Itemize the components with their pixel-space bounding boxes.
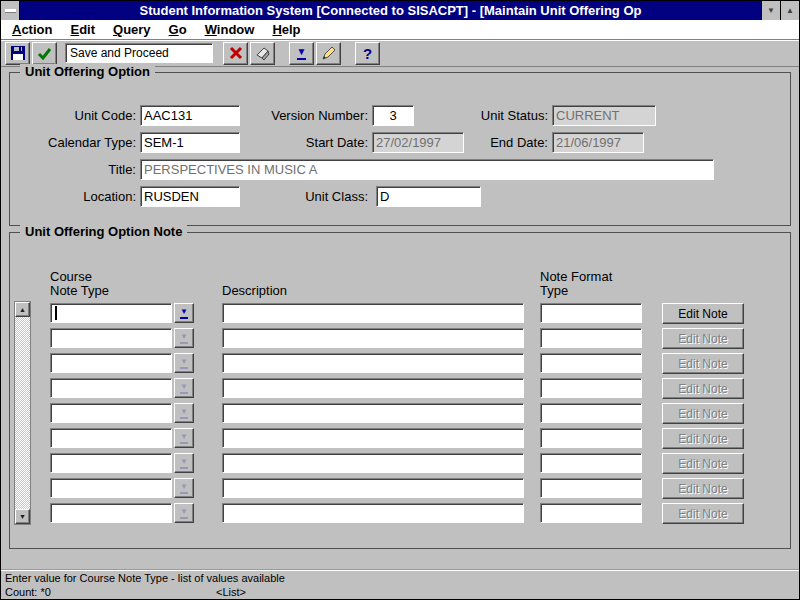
system-menu-icon: [5, 9, 16, 12]
note-format-type-header-line1: Note Format: [540, 269, 612, 284]
calendar-type-input[interactable]: [140, 132, 240, 153]
description-input[interactable]: [222, 503, 524, 523]
unit-offering-option-note-frame-title: Unit Offering Option Note: [20, 224, 187, 239]
down-arrow-icon: ▼: [297, 47, 307, 60]
help-button[interactable]: ?: [355, 42, 380, 65]
cancel-button[interactable]: [223, 42, 248, 65]
note-type-lov-button[interactable]: ▼: [174, 378, 194, 398]
description-input[interactable]: [222, 478, 524, 498]
action-combo-input[interactable]: [65, 43, 213, 63]
course-note-type-input[interactable]: [50, 303, 172, 323]
note-type-lov-button[interactable]: ▼: [174, 353, 194, 373]
title-label: Title:: [18, 159, 136, 180]
course-note-type-input[interactable]: [50, 328, 172, 348]
course-note-type-header-line1: Course: [50, 269, 92, 284]
location-input[interactable]: [140, 186, 240, 207]
note-format-type-input[interactable]: [540, 403, 642, 423]
course-note-type-input[interactable]: [50, 403, 172, 423]
note-row: ▼Edit Note: [50, 378, 750, 398]
edit-note-button[interactable]: Edit Note: [662, 353, 744, 374]
description-input[interactable]: [222, 328, 524, 348]
note-type-lov-button[interactable]: ▼: [174, 328, 194, 348]
note-format-type-input[interactable]: [540, 478, 642, 498]
edit-note-button[interactable]: Edit Note: [662, 503, 744, 524]
edit-note-button[interactable]: Edit Note: [662, 303, 744, 324]
unit-class-input[interactable]: [376, 186, 481, 207]
note-row: ▼Edit Note: [50, 353, 750, 373]
window-title: Student Information System [Connected to…: [20, 1, 761, 20]
note-format-type-input[interactable]: [540, 303, 642, 323]
note-format-type-header-line2: Type: [540, 283, 568, 298]
description-input[interactable]: [222, 453, 524, 473]
edit-note-button[interactable]: Edit Note: [662, 478, 744, 499]
menu-help[interactable]: Help: [263, 21, 309, 38]
clear-record-button[interactable]: [250, 42, 275, 65]
note-type-lov-button[interactable]: ▼: [174, 303, 194, 323]
note-type-lov-button[interactable]: ▼: [174, 503, 194, 523]
menu-window[interactable]: Window: [196, 21, 264, 38]
scroll-up-button[interactable]: ▲: [15, 302, 30, 317]
menu-edit[interactable]: Edit: [61, 21, 104, 38]
insert-record-button[interactable]: ▼: [289, 42, 314, 65]
version-number-input[interactable]: [372, 105, 414, 126]
note-row: ▼Edit Note: [50, 403, 750, 423]
course-note-type-input[interactable]: [50, 453, 172, 473]
eraser-icon: [255, 45, 271, 61]
unit-code-input[interactable]: [140, 105, 240, 126]
down-arrow-icon: ▼: [180, 458, 188, 469]
menu-go[interactable]: Go: [160, 21, 196, 38]
minimize-arrow-icon: ▼: [767, 6, 775, 15]
status-bar: Enter value for Course Note Type - list …: [1, 569, 799, 599]
note-format-type-input[interactable]: [540, 503, 642, 523]
location-label: Location:: [18, 186, 136, 207]
note-row: ▼Edit Note: [50, 503, 750, 523]
minimize-button[interactable]: ▼: [761, 1, 780, 20]
edit-note-button[interactable]: Edit Note: [662, 428, 744, 449]
edit-note-button[interactable]: Edit Note: [662, 403, 744, 424]
description-input[interactable]: [222, 303, 524, 323]
note-row: ▼Edit Note: [50, 453, 750, 473]
description-input[interactable]: [222, 403, 524, 423]
down-arrow-icon: ▼: [180, 358, 188, 369]
course-note-type-input[interactable]: [50, 503, 172, 523]
course-note-type-input[interactable]: [50, 353, 172, 373]
note-format-type-input[interactable]: [540, 453, 642, 473]
note-format-type-input[interactable]: [540, 428, 642, 448]
down-arrow-icon: ▼: [180, 408, 188, 419]
note-format-type-input[interactable]: [540, 353, 642, 373]
course-note-type-input[interactable]: [50, 378, 172, 398]
note-type-lov-button[interactable]: ▼: [174, 428, 194, 448]
accept-button[interactable]: [32, 42, 57, 65]
system-menu-button[interactable]: [1, 1, 20, 20]
course-note-type-input[interactable]: [50, 478, 172, 498]
edit-note-button[interactable]: Edit Note: [662, 328, 744, 349]
note-type-lov-button[interactable]: ▼: [174, 453, 194, 473]
maximize-button[interactable]: ▲: [780, 1, 799, 20]
menu-query[interactable]: Query: [104, 21, 160, 38]
unit-offering-option-note-frame: Unit Offering Option Note Course Note Ty…: [9, 232, 791, 549]
scroll-down-button[interactable]: ▼: [15, 509, 30, 524]
menu-action[interactable]: Action: [3, 21, 61, 38]
note-row: ▼Edit Note: [50, 303, 750, 323]
course-note-type-input[interactable]: [50, 428, 172, 448]
edit-note-button[interactable]: Edit Note: [662, 453, 744, 474]
description-input[interactable]: [222, 428, 524, 448]
record-scrollbar[interactable]: ▲ ▼: [14, 301, 31, 525]
note-row: ▼Edit Note: [50, 478, 750, 498]
unit-status-label: Unit Status:: [442, 105, 548, 126]
note-format-type-input[interactable]: [540, 328, 642, 348]
save-button[interactable]: [5, 42, 30, 65]
course-note-type-header-line2: Note Type: [50, 283, 109, 298]
unit-class-label: Unit Class:: [250, 186, 368, 207]
red-x-icon: [229, 46, 243, 60]
note-type-lov-button[interactable]: ▼: [174, 478, 194, 498]
note-format-type-input[interactable]: [540, 378, 642, 398]
down-arrow-icon: ▼: [180, 508, 188, 519]
edit-button[interactable]: [316, 42, 341, 65]
description-input[interactable]: [222, 353, 524, 373]
unit-code-label: Unit Code:: [18, 105, 136, 126]
note-type-lov-button[interactable]: ▼: [174, 403, 194, 423]
application-window: Student Information System [Connected to…: [0, 0, 800, 600]
description-input[interactable]: [222, 378, 524, 398]
edit-note-button[interactable]: Edit Note: [662, 378, 744, 399]
